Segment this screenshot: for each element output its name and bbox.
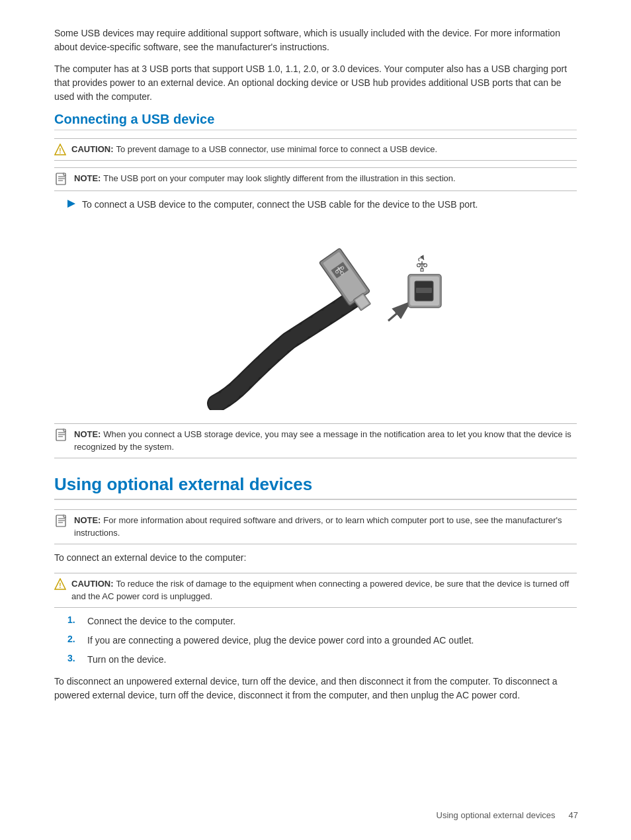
bullet-triangle-icon <box>67 199 75 210</box>
note-icon-3 <box>54 514 69 528</box>
caution-box-2: ! CAUTION: To reduce the risk of damage … <box>54 573 577 608</box>
caution-text-1: CAUTION: To prevent damage to a USB conn… <box>71 143 437 156</box>
section2-heading: Using optional external devices <box>54 474 577 500</box>
step-2-num: 2. <box>67 634 81 644</box>
usb-image <box>177 225 454 410</box>
caution-label-2: CAUTION: <box>71 579 114 589</box>
caution-label-1: CAUTION: <box>71 144 114 154</box>
intro-para2: The computer has at 3 USB ports that sup… <box>54 62 577 104</box>
note-label-1: NOTE: <box>74 173 101 183</box>
note-content-1: The USB port on your computer may look s… <box>103 173 455 183</box>
note-content-2: When you connect a USB storage device, y… <box>74 429 571 452</box>
svg-text:!: ! <box>59 147 61 155</box>
note-text-2: NOTE: When you connect a USB storage dev… <box>74 428 577 454</box>
caution-text-2: CAUTION: To reduce the risk of damage to… <box>71 577 577 603</box>
note-box-2: NOTE: When you connect a USB storage dev… <box>54 423 577 458</box>
caution-content-2: To reduce the risk of damage to the equi… <box>71 579 569 602</box>
note-label-3: NOTE: <box>74 515 101 525</box>
step-2: 2. If you are connecting a powered devic… <box>67 634 577 648</box>
step-1-text: Connect the device to the computer. <box>87 614 235 628</box>
intro-para1: Some USB devices may require additional … <box>54 26 577 54</box>
note-icon-1 <box>54 172 69 187</box>
footer-section-label: Using optional external devices <box>437 810 556 820</box>
bullet-text-1: To connect a USB device to the computer,… <box>82 198 478 212</box>
section2-closing: To disconnect an unpowered external devi… <box>54 675 577 702</box>
step-1-num: 1. <box>67 614 81 625</box>
step-1: 1. Connect the device to the computer. <box>67 614 577 628</box>
note-text-1: NOTE: The USB port on your computer may … <box>74 172 456 185</box>
note-box-1: NOTE: The USB port on your computer may … <box>54 167 577 191</box>
section2-intro: To connect an external device to the com… <box>54 551 577 565</box>
svg-text:!: ! <box>59 582 61 589</box>
note-icon-2 <box>54 428 69 442</box>
note-label-2: NOTE: <box>74 429 101 439</box>
note-box-3: NOTE: For more information about require… <box>54 509 577 544</box>
page-content: Some USB devices may require additional … <box>54 26 577 702</box>
step-2-text: If you are connecting a powered device, … <box>87 634 474 648</box>
bullet-item-1: To connect a USB device to the computer,… <box>67 198 577 212</box>
usb-illustration <box>54 225 577 410</box>
caution-icon-2: ! <box>54 578 66 590</box>
note-text-3: NOTE: For more information about require… <box>74 514 577 540</box>
note-content-3: For more information about required soft… <box>74 515 562 538</box>
svg-marker-6 <box>67 200 75 208</box>
svg-rect-22 <box>416 288 432 293</box>
caution-icon-1: ! <box>54 144 66 155</box>
step-3-text: Turn on the device. <box>87 653 166 667</box>
steps-list: 1. Connect the device to the computer. 2… <box>67 614 577 667</box>
footer-page-number: 47 <box>569 810 578 820</box>
step-3: 3. Turn on the device. <box>67 653 577 667</box>
page-footer: Using optional external devices 47 <box>437 810 578 820</box>
section1-heading: Connecting a USB device <box>54 112 577 130</box>
step-3-num: 3. <box>67 653 81 663</box>
caution-content-1: To prevent damage to a USB connector, us… <box>116 144 437 154</box>
caution-box-1: ! CAUTION: To prevent damage to a USB co… <box>54 138 577 161</box>
